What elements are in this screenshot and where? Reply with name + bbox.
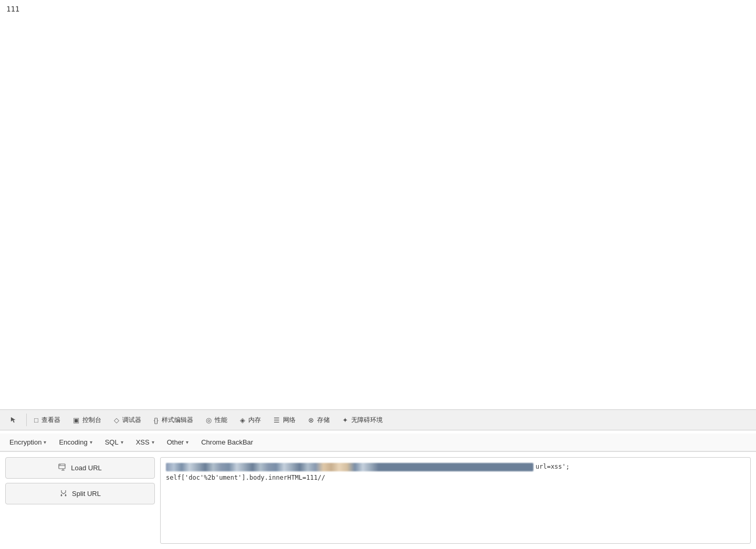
load-url-label: Load URL (71, 464, 102, 472)
devtools-console-tab[interactable]: ▣ 控制台 (67, 413, 108, 428)
sql-arrow-icon: ▾ (121, 439, 123, 445)
split-url-label: Split URL (72, 490, 101, 498)
performance-label: 性能 (215, 416, 227, 425)
devtools-performance-tab[interactable]: ◎ 性能 (200, 413, 234, 428)
xss-label: XSS (136, 438, 150, 446)
devtools-network-tab[interactable]: ☰ 网络 (267, 413, 302, 428)
menu-encoding[interactable]: Encoding ▾ (54, 436, 97, 448)
sql-label: SQL (105, 438, 119, 446)
inspector-label: 查看器 (41, 416, 60, 425)
svg-point-5 (61, 495, 62, 497)
chrome-backbar-label: Chrome BackBar (201, 438, 253, 446)
menu-sql[interactable]: SQL ▾ (100, 436, 129, 448)
svg-point-6 (65, 495, 67, 497)
encoding-label: Encoding (59, 438, 87, 446)
other-arrow-icon: ▾ (186, 439, 188, 445)
url-line-2: self['doc'%2b'ument'].body.innerHTML=111… (166, 473, 745, 483)
console-icon: ▣ (73, 416, 79, 424)
split-url-button[interactable]: Split URL (5, 483, 155, 504)
memory-label: 内存 (248, 416, 261, 425)
other-label: Other (167, 438, 184, 446)
storage-icon: ⊗ (308, 416, 314, 424)
menu-bar: Encryption ▾ Encoding ▾ SQL ▾ XSS ▾ Othe… (0, 434, 756, 451)
inspector-icon: □ (34, 416, 38, 424)
encryption-arrow-icon: ▾ (44, 439, 46, 445)
debugger-label: 调试器 (122, 416, 141, 425)
toolbar-separator-1 (26, 414, 27, 426)
devtools-memory-tab[interactable]: ◈ 内存 (234, 413, 267, 428)
debugger-icon: ◇ (114, 416, 119, 424)
encoding-arrow-icon: ▾ (90, 439, 92, 445)
split-url-icon (59, 489, 68, 499)
style-editor-label: 样式编辑器 (162, 416, 193, 425)
bottom-panel: Load URL Split URL url=xss'; self['doc'%… (0, 451, 756, 549)
performance-icon: ◎ (206, 416, 212, 424)
url-content-area[interactable]: url=xss'; self['doc'%2b'ument'].body.inn… (160, 457, 751, 544)
network-label: 网络 (283, 416, 296, 425)
devtools-pointer-tab[interactable] (2, 411, 25, 428)
devtools-inspector-tab[interactable]: □ 查看器 (28, 413, 67, 428)
menu-xss[interactable]: XSS ▾ (131, 436, 160, 448)
memory-icon: ◈ (240, 416, 245, 424)
url-line-1: url=xss'; (166, 462, 745, 472)
style-editor-icon: {} (154, 416, 159, 424)
menu-encryption[interactable]: Encryption ▾ (4, 436, 51, 448)
menu-chrome-backbar[interactable]: Chrome BackBar (196, 436, 258, 448)
main-content-area: 111 (0, 0, 756, 430)
console-label: 控制台 (82, 416, 101, 425)
menu-other[interactable]: Other ▾ (162, 436, 194, 448)
accessibility-icon: ✦ (342, 416, 348, 424)
load-url-button[interactable]: Load URL (5, 457, 155, 479)
pointer-icon (8, 415, 19, 425)
network-icon: ☰ (274, 416, 280, 424)
page-text: 111 (6, 5, 19, 13)
devtools-toolbar: □ 查看器 ▣ 控制台 ◇ 调试器 {} 样式编辑器 ◎ 性能 ◈ 内存 ☰ 网… (0, 409, 756, 430)
devtools-style-editor-tab[interactable]: {} 样式编辑器 (148, 413, 200, 428)
xss-arrow-icon: ▾ (152, 439, 154, 445)
buttons-column: Load URL Split URL (5, 457, 155, 544)
url-suffix: url=xss'; (536, 462, 570, 472)
encryption-label: Encryption (9, 438, 41, 446)
svg-point-2 (60, 464, 61, 466)
devtools-storage-tab[interactable]: ⊗ 存储 (302, 413, 336, 428)
devtools-debugger-tab[interactable]: ◇ 调试器 (108, 413, 148, 428)
url-blurred-portion (166, 463, 533, 471)
load-url-icon (58, 463, 67, 473)
accessibility-label: 无障碍环境 (351, 416, 383, 425)
storage-label: 存储 (317, 416, 330, 425)
devtools-accessibility-tab[interactable]: ✦ 无障碍环境 (336, 413, 389, 428)
